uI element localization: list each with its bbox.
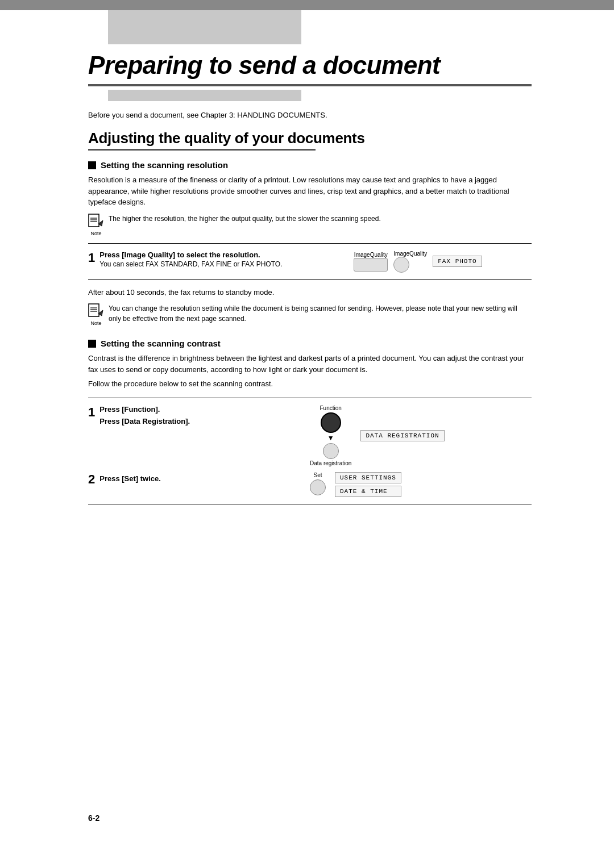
chapter-title: Preparing to send a document [88, 51, 440, 80]
after-step1-text: After about 10 seconds, the fax returns … [88, 287, 532, 298]
function-button[interactable] [321, 412, 341, 433]
separator-3 [88, 398, 532, 398]
page-number: 6-2 [88, 813, 99, 823]
lcd-fax-photo: FAX PHOTO [433, 256, 482, 267]
set-button-area: Set USER SETTINGS DATE & TIME [310, 472, 401, 497]
arrow-down-1: ▼ [327, 434, 334, 442]
data-reg-label: Data registration [310, 460, 351, 466]
step-row-1: 1 Press [Image Quality] to select the re… [88, 251, 532, 273]
note-section-1: Note The higher the resolution, the high… [88, 214, 532, 236]
step-1-right: ImageQuality ImageQuality FAX PHOTO [304, 251, 532, 273]
section-heading: Adjusting the quality of your documents [88, 130, 365, 147]
step-c2-press: Press [Set] twice. [99, 474, 161, 483]
func-label: Function [320, 405, 342, 411]
iq-button-rect[interactable] [354, 258, 388, 272]
svg-rect-0 [89, 214, 99, 227]
top-bar [0, 0, 614, 10]
set-label: Set [313, 472, 322, 478]
step-1-left: 1 Press [Image Quality] to select the re… [88, 251, 293, 268]
set-button[interactable] [310, 479, 326, 495]
step-contrast-2-right: Set USER SETTINGS DATE & TIME [304, 472, 532, 497]
step-contrast-2-left: 2 Press [Set] twice. [88, 472, 293, 487]
iq-button-circle[interactable] [393, 257, 409, 273]
data-reg-button[interactable] [323, 443, 339, 459]
note-icon-container-1: Note [88, 214, 104, 236]
subsection-heading-resolution: Setting the scanning resolution [88, 160, 532, 170]
contrast-body1: Contrast is the difference in brightness… [88, 353, 532, 375]
step-number-c1: 1 [88, 405, 95, 420]
step1-res-sub: You can select FAX STANDARD, FAX FINE or… [99, 260, 282, 268]
function-button-area: Function ▼ Data registration DATA REGIST… [310, 405, 445, 466]
resolution-body: Resolution is a measure of the fineness … [88, 174, 532, 208]
second-gray-bar [108, 90, 301, 101]
step-contrast-1-right: Function ▼ Data registration DATA REGIST… [304, 405, 532, 466]
iq-label-1: ImageQuality [354, 252, 388, 258]
bullet-square-2 [88, 340, 96, 348]
note-label-1: Note [90, 231, 101, 236]
separator-2 [88, 279, 532, 280]
lcd-data-reg: DATA REGISTRATION [360, 430, 444, 441]
step1-res-instruction: Press [Image Quality] to select the reso… [99, 251, 282, 259]
step-contrast-1-left: 1 Press [Function]. Press [Data Registra… [88, 405, 293, 425]
note-icon-container-2: Note [88, 303, 104, 326]
step-number-1: 1 [88, 251, 95, 265]
step-number-c2: 2 [88, 472, 95, 487]
subsection-contrast: Setting the scanning contrast Contrast i… [88, 339, 532, 504]
step-contrast-1-row: 1 Press [Function]. Press [Data Registra… [88, 405, 532, 466]
contrast-body2: Follow the procedure below to set the sc… [88, 378, 532, 390]
note-text-2: You can change the resolution setting wh… [109, 303, 532, 324]
iq-label-2: ImageQuality [393, 251, 427, 257]
step-c1-press2: Press [Data Registration]. [99, 417, 190, 425]
step-contrast-2-row: 2 Press [Set] twice. Set USER SETTINGS D… [88, 472, 532, 497]
page-container: Preparing to send a document Before you … [0, 0, 614, 868]
lcd-date-time: DATE & TIME [335, 486, 401, 497]
note-section-2: Note You can change the resolution setti… [88, 303, 532, 326]
subsection-resolution: Setting the scanning resolution Resoluti… [88, 160, 532, 326]
note-icon-1 [88, 214, 104, 229]
section-underline [88, 149, 316, 151]
note-label-2: Note [90, 320, 101, 326]
iq-buttons-area: ImageQuality ImageQuality FAX PHOTO [354, 251, 482, 273]
intro-text: Before you send a document, see Chapter … [88, 111, 327, 119]
svg-rect-4 [89, 304, 99, 316]
step-c1-press1: Press [Function]. [99, 405, 190, 414]
title-underline [88, 84, 532, 86]
lcd-user-settings: USER SETTINGS [335, 472, 401, 483]
header-gray-block [108, 10, 301, 44]
subsection-heading-contrast: Setting the scanning contrast [88, 339, 532, 348]
note-text-1: The higher the resolution, the higher th… [109, 214, 532, 224]
note-icon-2 [88, 303, 104, 319]
separator-1 [88, 243, 532, 244]
bullet-square [88, 161, 96, 169]
separator-4 [88, 504, 532, 504]
main-content: Setting the scanning resolution Resoluti… [88, 153, 532, 511]
